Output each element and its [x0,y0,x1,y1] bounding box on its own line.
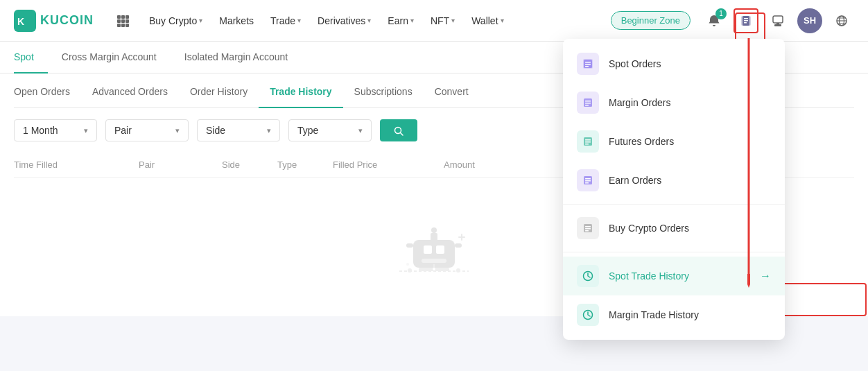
sub-nav-cross-margin[interactable]: Cross Margin Account [48,42,171,74]
svg-rect-33 [455,243,462,248]
svg-rect-62 [585,228,591,230]
orders-list-icon [740,15,752,27]
svg-point-42 [406,263,409,266]
svg-rect-55 [585,144,589,145]
svg-rect-47 [585,66,589,67]
svg-rect-53 [585,139,591,141]
spot-orders-icon [577,53,599,75]
kucoin-logo-icon: K [14,10,36,32]
svg-rect-5 [117,19,121,23]
svg-rect-9 [121,24,125,27]
tab-convert[interactable]: Convert [424,76,480,108]
grid-menu-button[interactable] [110,8,135,33]
nav-trade[interactable]: Trade ▾ [263,11,308,31]
logo[interactable]: K KUCOIN [14,10,94,32]
svg-rect-13 [744,18,748,19]
svg-rect-49 [585,101,591,102]
empty-state [392,219,476,275]
dropdown-margin-orders[interactable]: Margin Orders [563,83,785,122]
tab-advanced-orders[interactable]: Advanced Orders [81,76,179,108]
svg-rect-59 [585,182,589,184]
svg-rect-14 [744,20,748,21]
chevron-down-icon: ▾ [175,126,180,135]
dropdown-futures-orders[interactable]: Futures Orders [563,122,785,161]
svg-rect-27 [424,245,432,254]
svg-point-36 [456,268,460,273]
nav-nft[interactable]: NFT ▾ [424,11,462,31]
beginner-zone-button[interactable]: Beginner Zone [611,11,691,30]
chevron-down-icon: ▾ [501,17,504,24]
notification-badge: 1 [715,8,727,19]
svg-rect-18 [776,23,779,24]
time-filter[interactable]: 1 Month ▾ [14,119,97,141]
tab-order-history[interactable]: Order History [179,76,259,108]
svg-rect-17 [774,24,781,26]
arrow-right-icon: → [760,270,771,282]
tab-open-orders[interactable]: Open Orders [14,76,81,108]
side-filter[interactable]: Side ▾ [197,119,280,141]
nav-derivatives[interactable]: Derivatives ▾ [311,11,378,31]
svg-rect-58 [585,180,591,182]
empty-state-illustration [392,219,476,275]
dropdown-earn-orders[interactable]: Earn Orders [563,161,785,200]
user-avatar[interactable]: SH [797,8,822,33]
chevron-down-icon: ▾ [84,126,88,135]
logo-text: KUCOIN [40,13,94,28]
svg-rect-28 [436,245,444,254]
svg-rect-51 [585,105,589,106]
svg-rect-61 [585,226,591,227]
svg-rect-32 [406,243,413,248]
chevron-down-icon: ▾ [367,17,371,24]
svg-line-25 [401,133,403,136]
nav-markets[interactable]: Markets [212,11,261,31]
tab-trade-history[interactable]: Trade History [259,76,342,108]
dropdown-spot-orders[interactable]: Spot Orders [563,44,785,83]
layout-icon [772,15,784,27]
globe-icon [835,15,848,27]
margin-orders-icon [577,92,599,114]
screen-layout-button[interactable] [765,8,790,33]
nav-buy-crypto[interactable]: Buy Crypto ▾ [142,11,209,31]
dropdown-spot-trade-history[interactable]: Spot Trade History → [563,257,785,295]
svg-text:K: K [17,16,24,27]
search-icon [394,126,403,136]
chevron-down-icon: ▾ [267,126,271,135]
svg-point-31 [431,227,437,233]
nav-earn[interactable]: Earn ▾ [381,11,421,31]
notification-button[interactable]: 1 [702,8,727,33]
search-button[interactable] [380,119,417,141]
svg-rect-30 [431,233,437,241]
svg-point-38 [433,268,435,270]
dropdown-buy-crypto-orders[interactable]: Buy Crypto Orders [563,209,785,248]
svg-rect-63 [585,230,589,232]
chevron-down-icon: ▾ [358,126,363,135]
tab-subscriptions[interactable]: Subscriptions [343,76,424,108]
svg-rect-45 [585,62,591,63]
svg-rect-29 [422,259,446,263]
sub-nav-spot[interactable]: Spot [14,42,48,74]
svg-rect-7 [125,19,129,23]
dropdown-separator [563,204,785,205]
svg-rect-26 [413,240,455,268]
margin-trade-history-icon [577,304,599,316]
svg-rect-54 [585,141,591,143]
svg-rect-16 [773,16,783,23]
nav-wallet[interactable]: Wallet ▾ [465,11,510,31]
grid-icon [116,15,129,27]
orders-history-button[interactable] [734,8,758,33]
pair-filter[interactable]: Pair ▾ [105,119,189,141]
type-filter[interactable]: Type ▾ [288,119,372,141]
svg-rect-57 [585,178,591,180]
main-nav: Buy Crypto ▾ Markets Trade ▾ Derivatives… [142,11,611,31]
chevron-down-icon: ▾ [199,17,202,24]
svg-rect-50 [585,103,591,104]
header: K KUCOIN Buy Crypto ▾ Markets Trade ▾ [0,0,868,42]
svg-point-35 [408,268,412,273]
sub-nav-isolated-margin[interactable]: Isolated Margin Account [171,42,302,74]
dropdown-margin-trade-history[interactable]: Margin Trade History [563,295,785,316]
buy-crypto-orders-icon [577,217,599,239]
language-button[interactable] [829,8,854,33]
svg-rect-3 [121,15,125,19]
svg-rect-15 [744,22,747,24]
svg-rect-46 [585,64,591,65]
